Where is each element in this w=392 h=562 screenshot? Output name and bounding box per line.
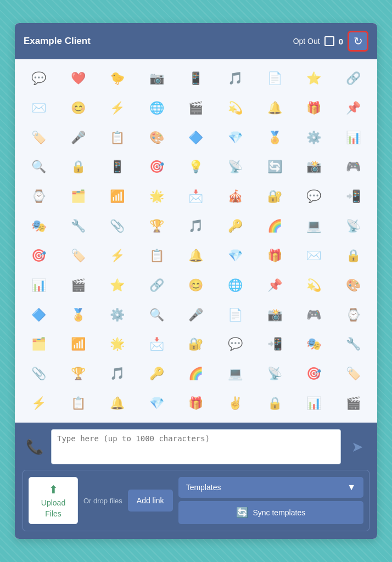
background-icon: 📋 xyxy=(137,241,177,271)
chat-area: 💬❤️🐤📷📱🎵📄⭐🔗✉️😊⚡🌐🎬💫🔔🎁📌🏷️🎤📋🎨🔷💎🏅⚙️📊🔍🔒📱🎯💡📡🔄📸🎮… xyxy=(15,59,377,423)
background-icon: 💬 xyxy=(294,182,334,211)
add-link-label: Add link xyxy=(137,496,164,505)
background-icon: 💬 xyxy=(216,329,255,359)
background-icon: 📎 xyxy=(98,211,137,241)
phone-icon-wrap: 📞 xyxy=(23,429,47,464)
sync-templates-button[interactable]: 🔄 Sync templates xyxy=(178,501,363,524)
background-icon: 💻 xyxy=(294,211,334,241)
background-icon: 📩 xyxy=(137,329,177,359)
background-icon: 📄 xyxy=(255,64,294,93)
background-icon: 🐤 xyxy=(98,64,137,93)
background-icon: 🔷 xyxy=(176,123,216,153)
right-buttons: Templates ▼ 🔄 Sync templates xyxy=(178,477,363,524)
background-icon: 🔗 xyxy=(333,64,373,93)
background-icon: ⚙️ xyxy=(294,123,334,153)
background-pattern: 💬❤️🐤📷📱🎵📄⭐🔗✉️😊⚡🌐🎬💫🔔🎁📌🏷️🎤📋🎨🔷💎🏅⚙️📊🔍🔒📱🎯💡📡🔄📸🎮… xyxy=(15,59,377,423)
templates-button[interactable]: Templates ▼ xyxy=(178,477,363,498)
background-icon: ✉️ xyxy=(19,93,59,123)
background-icon: 📎 xyxy=(19,359,59,389)
input-row: 📞 ➤ xyxy=(23,429,369,464)
app-background: Example Client Opt Out 0 ↻ 💬❤️🐤📷📱🎵📄⭐🔗✉️😊… xyxy=(0,0,392,562)
background-icon: 🏅 xyxy=(255,123,294,153)
send-button[interactable]: ➤ xyxy=(345,429,369,464)
background-icon: 😊 xyxy=(176,271,216,300)
background-icon: 🎭 xyxy=(294,329,334,359)
header-controls: Opt Out 0 ↻ xyxy=(293,31,368,52)
badge-count: 0 xyxy=(339,37,343,46)
upload-button[interactable]: ⬆ Upload Files xyxy=(29,477,78,524)
background-icon: ⚡ xyxy=(98,93,137,123)
background-icon: 💫 xyxy=(216,93,255,123)
templates-label: Templates xyxy=(186,483,221,492)
background-icon: 📌 xyxy=(333,93,373,123)
background-icon: 🔧 xyxy=(333,329,373,359)
background-icon: 🔔 xyxy=(98,389,137,418)
actions-row: ⬆ Upload Files Or drop files Add link Te… xyxy=(23,470,369,531)
background-icon: 🎪 xyxy=(216,182,255,211)
background-icon: 🎭 xyxy=(19,211,59,241)
refresh-button[interactable]: ↻ xyxy=(348,31,368,52)
background-icon: 🗂️ xyxy=(59,182,98,211)
or-drop-label: Or drop files xyxy=(83,497,122,505)
background-icon: 📩 xyxy=(176,182,216,211)
sync-icon: 🔄 xyxy=(236,507,248,519)
chevron-down-icon: ▼ xyxy=(347,482,356,492)
background-icon: 💎 xyxy=(137,389,177,418)
add-link-button[interactable]: Add link xyxy=(128,490,173,512)
phone-icon: 📞 xyxy=(26,439,43,456)
background-icon: 🗂️ xyxy=(19,329,59,359)
background-icon: 🌐 xyxy=(216,271,255,300)
background-icon: 🏅 xyxy=(59,300,98,330)
background-icon: 🔍 xyxy=(19,152,59,182)
background-icon: 📸 xyxy=(294,152,334,182)
upload-icon: ⬆ xyxy=(49,483,58,496)
background-icon: 🎯 xyxy=(19,241,59,271)
background-icon: 🏷️ xyxy=(59,241,98,271)
background-icon: 🎁 xyxy=(176,389,216,418)
background-icon: 🔔 xyxy=(255,93,294,123)
background-icon: 🔍 xyxy=(137,300,177,330)
background-icon: 🌈 xyxy=(255,211,294,241)
background-icon: 📄 xyxy=(216,300,255,330)
background-icon: 🔷 xyxy=(19,300,59,330)
background-icon: 🔒 xyxy=(59,152,98,182)
background-icon: 🌐 xyxy=(137,93,177,123)
background-icon: 📡 xyxy=(333,211,373,241)
background-icon: 🎨 xyxy=(137,123,177,153)
background-icon: 🎁 xyxy=(294,93,334,123)
background-icon: 📶 xyxy=(59,329,98,359)
background-icon: ✉️ xyxy=(294,241,334,271)
background-icon: 📱 xyxy=(176,64,216,93)
background-icon: ⚙️ xyxy=(98,300,137,330)
background-icon: 🔗 xyxy=(137,271,177,300)
background-icon: 🏆 xyxy=(137,211,177,241)
background-icon: 📱 xyxy=(98,152,137,182)
background-icon: ✌️ xyxy=(216,389,255,418)
background-icon: 🔑 xyxy=(216,211,255,241)
background-icon: 😊 xyxy=(59,93,98,123)
upload-label-line2: Files xyxy=(45,509,61,518)
background-icon: 📸 xyxy=(255,300,294,330)
background-icon: ⌚ xyxy=(333,300,373,330)
background-icon: 🎵 xyxy=(216,64,255,93)
background-icon: 📊 xyxy=(19,271,59,300)
background-icon: 🎤 xyxy=(176,300,216,330)
background-icon: ❤️ xyxy=(59,64,98,93)
background-icon: ⭐ xyxy=(98,271,137,300)
upload-label-line1: Upload xyxy=(41,498,65,507)
background-icon: 🎮 xyxy=(294,300,334,330)
background-icon: 🌟 xyxy=(98,329,137,359)
background-icon: 🎯 xyxy=(137,152,177,182)
message-input[interactable] xyxy=(51,429,341,464)
opt-out-checkbox[interactable] xyxy=(324,36,334,46)
background-icon: 🔑 xyxy=(137,359,177,389)
background-icon: ⌚ xyxy=(19,182,59,211)
background-icon: 💡 xyxy=(176,152,216,182)
background-icon: 📲 xyxy=(255,329,294,359)
background-icon: 📋 xyxy=(98,123,137,153)
background-icon: 🔧 xyxy=(59,211,98,241)
background-icon: 🔄 xyxy=(255,152,294,182)
background-icon: 🎬 xyxy=(333,389,373,418)
background-icon: 🎵 xyxy=(176,211,216,241)
background-icon: 📊 xyxy=(333,123,373,153)
